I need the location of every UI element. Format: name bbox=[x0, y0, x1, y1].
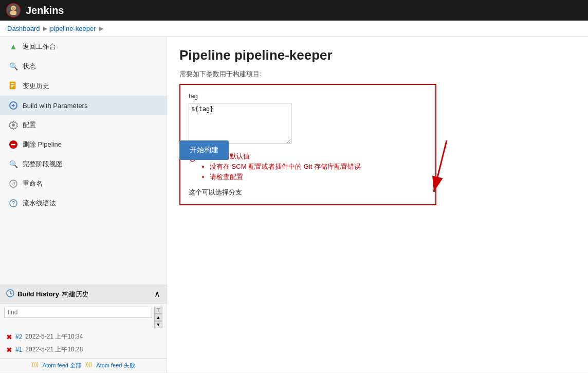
sidebar-label-pipeline-syntax: 流水线语法 bbox=[23, 199, 56, 208]
breadcrumb: Dashboard ▶ pipeline-keeper ▶ bbox=[0, 21, 588, 37]
build-nav-arrows: ⊤ ▲ ▼ bbox=[154, 307, 162, 328]
up-arrow-icon: ▲ bbox=[8, 42, 19, 52]
svg-point-9 bbox=[12, 123, 15, 127]
app-header: Jenkins bbox=[0, 0, 588, 21]
pipeline-icon: ? bbox=[8, 198, 19, 208]
breadcrumb-pipeline-keeper[interactable]: pipeline-keeper bbox=[50, 25, 96, 32]
sidebar-item-change-history[interactable]: 变更历史 bbox=[0, 76, 167, 96]
breadcrumb-sep-1: ▶ bbox=[43, 25, 47, 32]
param-tag-input[interactable]: ${tag} bbox=[189, 103, 291, 144]
build-item-2[interactable]: ✖ #2 2022-5-21 上午10:34 bbox=[0, 330, 167, 343]
svg-rect-2 bbox=[10, 11, 16, 15]
main-content: Pipeline pipeline-keeper 需要如下参数用于构建项目: t… bbox=[167, 37, 588, 372]
delete-icon bbox=[8, 139, 19, 150]
build-icon bbox=[8, 100, 19, 111]
sidebar-item-back-workspace[interactable]: ▲ 返回工作台 bbox=[0, 37, 167, 57]
sidebar-nav: ▲ 返回工作台 🔍 状态 变更历史 bbox=[0, 37, 167, 285]
sidebar-label-status: 状态 bbox=[23, 62, 36, 71]
svg-rect-6 bbox=[11, 85, 14, 86]
app-title: Jenkins bbox=[26, 5, 64, 16]
error-item-2: 请检查配置 bbox=[210, 172, 361, 182]
page-title: Pipeline pipeline-keeper bbox=[179, 47, 576, 63]
build-nav-down[interactable]: ▼ bbox=[154, 321, 162, 328]
build-link-1[interactable]: #1 bbox=[15, 346, 22, 353]
sidebar-item-config[interactable]: 配置 bbox=[0, 115, 167, 135]
build-time-2: 2022-5-21 上午10:34 bbox=[25, 332, 83, 341]
sidebar-label-rename: 重命名 bbox=[23, 179, 43, 188]
svg-text:↺: ↺ bbox=[11, 181, 15, 187]
breadcrumb-dashboard[interactable]: Dashboard bbox=[7, 25, 40, 32]
build-history-section: Build History 构建历史 ∧ ⊤ ▲ ▼ ✖ #2 2022-5-2… bbox=[0, 285, 167, 372]
svg-point-3 bbox=[12, 7, 15, 10]
sidebar-item-status[interactable]: 🔍 状态 bbox=[0, 57, 167, 76]
sidebar-item-build-with-params[interactable]: Build with Parameters bbox=[0, 96, 167, 115]
build-history-collapse[interactable]: ∧ bbox=[154, 289, 160, 299]
breadcrumb-sep-2: ▶ bbox=[99, 25, 103, 32]
feed-link-fail[interactable]: Atom feed 失败 bbox=[96, 362, 135, 369]
sidebar: ▲ 返回工作台 🔍 状态 变更历史 bbox=[0, 37, 167, 372]
sidebar-item-pipeline-syntax[interactable]: ? 流水线语法 bbox=[0, 193, 167, 213]
error-item-1: 没有在 SCM 配置或者插件中的 Git 存储库配置错误 bbox=[210, 162, 361, 171]
build-search-row: ⊤ ▲ ▼ bbox=[4, 307, 162, 328]
sidebar-label-back-workspace: 返回工作台 bbox=[23, 42, 56, 51]
sidebar-label-delete-pipeline: 删除 Pipeline bbox=[23, 140, 62, 149]
build-history-title: Build History bbox=[17, 290, 59, 298]
start-build-button[interactable]: 开始构建 bbox=[179, 140, 229, 160]
svg-text:?: ? bbox=[12, 200, 15, 206]
build-status-2: ✖ bbox=[6, 333, 12, 341]
sidebar-label-change-history: 变更历史 bbox=[23, 81, 49, 91]
svg-rect-7 bbox=[11, 86, 13, 87]
build-history-header-left: Build History 构建历史 bbox=[6, 289, 89, 299]
sidebar-item-full-stages[interactable]: 🔍 完整阶段视图 bbox=[0, 154, 167, 174]
build-history-header: Build History 构建历史 ∧ bbox=[0, 285, 167, 304]
error-item-0: 已返回默认值 bbox=[210, 152, 361, 161]
doc-icon bbox=[8, 81, 19, 91]
search-icon-stages: 🔍 bbox=[8, 159, 19, 169]
build-nav-top[interactable]: ⊤ bbox=[154, 307, 162, 314]
build-history-title-cn: 构建历史 bbox=[62, 290, 89, 299]
feed-link-all[interactable]: Atom feed 全部 bbox=[43, 362, 81, 369]
gear-icon bbox=[8, 120, 19, 130]
rename-icon: ↺ bbox=[8, 179, 19, 189]
svg-rect-5 bbox=[11, 83, 14, 84]
search-icon-status: 🔍 bbox=[8, 61, 19, 72]
jenkins-logo bbox=[6, 3, 21, 17]
build-status-1: ✖ bbox=[6, 346, 12, 354]
sidebar-label-config: 配置 bbox=[23, 120, 36, 130]
feed-icon-all: )))) bbox=[31, 362, 38, 369]
build-item-1[interactable]: ✖ #1 2022-5-21 上午10:28 bbox=[0, 343, 167, 356]
sidebar-label-build-with-params: Build with Parameters bbox=[23, 102, 87, 110]
build-nav-up[interactable]: ▲ bbox=[154, 314, 162, 321]
main-layout: ▲ 返回工作台 🔍 状态 变更历史 bbox=[0, 37, 588, 372]
feed-icon-fail: )))) bbox=[85, 362, 92, 369]
params-label: 需要如下参数用于构建项目: bbox=[179, 69, 576, 79]
red-arrow-svg bbox=[431, 130, 534, 233]
build-time-1: 2022-5-21 上午10:28 bbox=[25, 345, 83, 354]
build-search-input[interactable] bbox=[4, 307, 152, 318]
branch-note: 这个可以选择分支 bbox=[189, 188, 427, 197]
sidebar-item-rename[interactable]: ↺ 重命名 bbox=[0, 174, 167, 193]
build-link-2[interactable]: #2 bbox=[15, 333, 22, 341]
build-feed: )))) Atom feed 全部 )))) Atom feed 失败 bbox=[0, 358, 167, 372]
sidebar-label-full-stages: 完整阶段视图 bbox=[23, 159, 63, 169]
build-history-icon bbox=[6, 289, 14, 299]
build-list: ✖ #2 2022-5-21 上午10:34 ✖ #1 2022-5-21 上午… bbox=[0, 328, 167, 358]
sidebar-item-delete-pipeline[interactable]: 删除 Pipeline bbox=[0, 135, 167, 154]
param-tag-label: tag bbox=[189, 92, 427, 100]
